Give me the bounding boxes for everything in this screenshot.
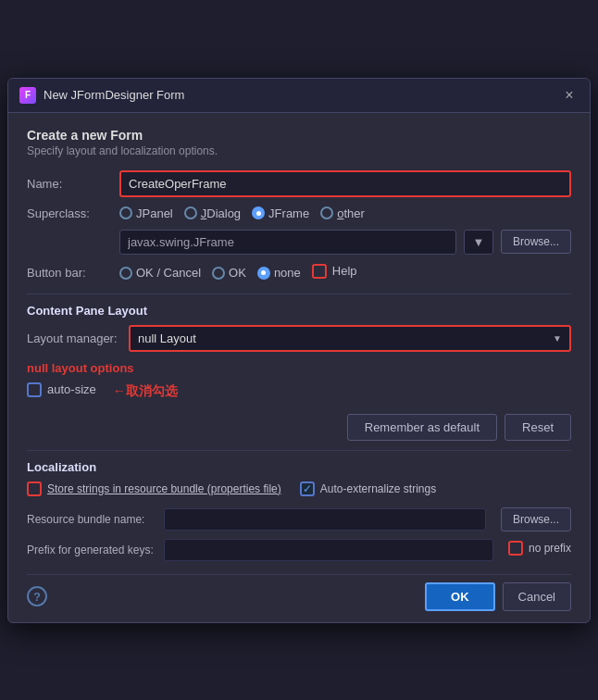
buttonbar-none[interactable]: none [257,266,301,280]
no-prefix-label: no prefix [529,542,571,555]
autosize-checkbox[interactable] [27,382,42,397]
buttonbar-help[interactable]: Help [312,264,357,279]
resource-bundle-input[interactable] [164,508,486,531]
name-controls [119,170,571,197]
superclass-input-controls: ▼ Browse... [119,230,571,255]
remember-default-button[interactable]: Remember as default [347,414,497,441]
localization-section: Localization Store strings in resource b… [27,450,571,561]
layout-manager-select[interactable]: null Layout ▼ [129,325,571,352]
resource-bundle-label: Resource bundle name: [27,513,156,526]
content-pane-title: Content Pane Layout [27,304,571,318]
cancel-button[interactable]: Cancel [503,582,571,611]
titlebar: F New JFormDesigner Form × [8,79,590,113]
help-checkbox[interactable] [312,264,327,279]
store-strings-label: Store strings in resource bundle (proper… [47,482,281,495]
superclass-jpanel[interactable]: JPanel [119,206,173,220]
radio-jframe-circle [252,206,265,219]
superclass-radio-group: JPanel JDialog JFrame other [119,206,365,220]
annotation-arrow-text: ←取消勾选 [113,383,178,400]
null-options-label: null layout options [27,361,571,375]
reset-button[interactable]: Reset [505,414,571,441]
radio-jdialog-circle [184,206,197,219]
store-strings-row: Store strings in resource bundle (proper… [27,481,571,500]
superclass-dropdown[interactable]: ▼ [464,230,493,255]
radio-ok-label: OK [229,266,246,280]
prefix-label: Prefix for generated keys: [27,544,156,556]
buttonbar-radio-group: OK / Cancel OK none Help [119,264,357,282]
superclass-row: Superclass: JPanel JDialog JFrame [27,206,571,220]
auto-externalize-checkbox[interactable]: ✓ [300,481,315,496]
radio-ok-circle [212,267,225,280]
content-pane-divider [27,294,571,294]
name-input[interactable] [119,170,571,197]
radio-jpanel-label: JPanel [136,206,173,220]
superclass-jdialog[interactable]: JDialog [184,206,241,220]
section-subtitle: Specify layout and localization options. [27,144,571,157]
footer-buttons: OK Cancel [425,582,571,611]
store-strings-item: Store strings in resource bundle (proper… [27,481,281,496]
autosize-checkbox-item: auto-size [27,382,96,397]
layout-manager-select-wrap: null Layout ▼ [129,325,571,352]
superclass-text-input[interactable] [119,230,456,255]
radio-jpanel-circle [119,206,132,219]
localization-title: Localization [27,460,571,474]
radio-jdialog-label: JDialog [201,206,241,220]
name-label: Name: [27,177,119,191]
superclass-browse-button[interactable]: Browse... [501,230,571,254]
close-button[interactable]: × [560,86,579,105]
resource-bundle-browse-button[interactable]: Browse... [501,507,571,531]
buttonbar-row: Button bar: OK / Cancel OK none [27,264,571,282]
superclass-other[interactable]: other [320,206,365,220]
layout-select-text: null Layout [138,331,196,345]
superclass-jframe[interactable]: JFrame [252,206,309,220]
radio-okcancel-label: OK / Cancel [136,266,201,280]
autosize-row: auto-size ←取消勾选 [27,382,571,401]
layout-manager-row: Layout manager: null Layout ▼ [27,325,571,352]
ok-button[interactable]: OK [425,582,495,611]
prefix-row: Prefix for generated keys: no prefix [27,539,571,561]
dialog-window: F New JFormDesigner Form × Create a new … [7,78,591,623]
name-row: Name: [27,170,571,197]
app-icon-label: F [25,90,31,100]
footer-row: ? OK Cancel [27,574,571,611]
buttonbar-ok[interactable]: OK [212,266,246,280]
help-label: Help [332,264,357,278]
no-prefix-item: no prefix [508,541,571,556]
buttonbar-okcancel[interactable]: OK / Cancel [119,266,201,280]
resource-bundle-row: Resource bundle name: Browse... [27,507,571,531]
prefix-input[interactable] [164,539,493,561]
superclass-radios: JPanel JDialog JFrame other [119,206,571,220]
radio-jframe-label: JFrame [268,206,309,220]
radio-none-circle [257,267,270,280]
superclass-label: Superclass: [27,206,119,220]
store-strings-checkbox[interactable] [27,481,42,496]
autosize-label: auto-size [47,382,96,396]
help-button[interactable]: ? [27,586,47,606]
section-title: Create a new Form [27,128,571,143]
buttonbar-label: Button bar: [27,266,119,280]
auto-externalize-label: Auto-externalize strings [320,482,436,495]
app-icon: F [19,87,36,104]
radio-okcancel-circle [119,267,132,280]
dialog-content: Create a new Form Specify layout and loc… [8,113,590,622]
radio-other-circle [320,206,333,219]
remember-reset-row: Remember as default Reset [27,414,571,441]
layout-manager-label: Layout manager: [27,331,129,345]
auto-externalize-item: ✓ Auto-externalize strings [300,481,436,496]
dialog-title: New JFormDesigner Form [44,88,560,102]
superclass-input-row: ▼ Browse... [27,230,571,255]
layout-chevron-icon: ▼ [553,333,562,344]
buttonbar-controls: OK / Cancel OK none Help [119,264,571,282]
no-prefix-checkbox[interactable] [508,541,523,556]
radio-other-label: other [337,206,365,220]
radio-none-label: none [274,266,301,280]
